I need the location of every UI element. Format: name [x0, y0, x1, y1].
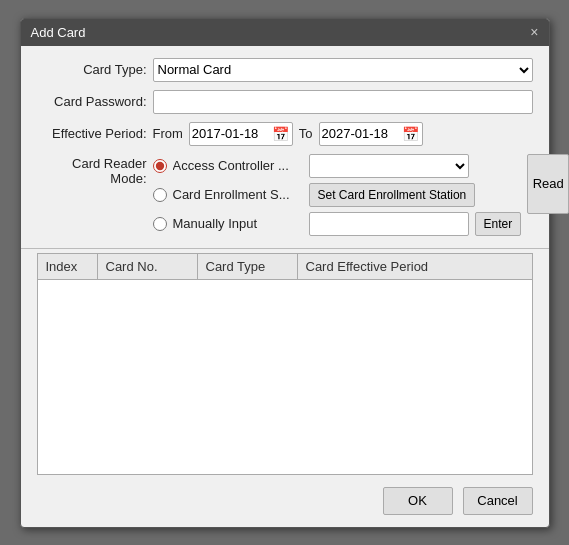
col-effective: Card Effective Period	[298, 254, 532, 279]
access-controller-radio[interactable]	[153, 159, 167, 173]
set-card-enrollment-button[interactable]: Set Card Enrollment Station	[309, 183, 476, 207]
col-cardno: Card No.	[98, 254, 198, 279]
manually-input-row: Manually Input Enter	[153, 212, 522, 236]
effective-period-row: Effective Period: From 📅 To 📅	[37, 122, 533, 146]
col-index: Index	[38, 254, 98, 279]
card-reader-mode-section: Card Reader Mode: Access Controller ... …	[37, 154, 533, 236]
effective-period-label: Effective Period:	[37, 126, 147, 141]
card-enrollment-label: Card Enrollment S...	[173, 187, 303, 202]
card-password-label: Card Password:	[37, 94, 147, 109]
dialog-title: Add Card	[31, 25, 86, 40]
card-type-row: Card Type: Normal Card	[37, 58, 533, 82]
crm-options: Access Controller ... Card Enrollment S.…	[153, 154, 522, 236]
manually-input-field[interactable]	[309, 212, 469, 236]
to-calendar-icon[interactable]: 📅	[402, 125, 420, 143]
col-cardtype: Card Type	[198, 254, 298, 279]
card-enrollment-row: Card Enrollment S... Set Card Enrollment…	[153, 183, 522, 207]
from-label: From	[153, 126, 183, 141]
card-type-label: Card Type:	[37, 62, 147, 77]
title-bar: Add Card ×	[21, 19, 549, 46]
add-card-dialog: Add Card × Card Type: Normal Card Card P…	[20, 18, 550, 528]
read-button-wrapper: Read	[527, 154, 569, 214]
access-controller-row: Access Controller ...	[153, 154, 522, 178]
enter-button[interactable]: Enter	[475, 212, 522, 236]
card-password-row: Card Password:	[37, 90, 533, 114]
to-label: To	[299, 126, 313, 141]
card-type-select[interactable]: Normal Card	[153, 58, 533, 82]
close-button[interactable]: ×	[530, 25, 538, 39]
card-enrollment-radio[interactable]	[153, 188, 167, 202]
table-header-row: Index Card No. Card Type Card Effective …	[38, 254, 532, 280]
dialog-footer: OK Cancel	[21, 475, 549, 527]
access-controller-select[interactable]	[309, 154, 469, 178]
from-calendar-icon[interactable]: 📅	[272, 125, 290, 143]
card-table: Index Card No. Card Type Card Effective …	[37, 253, 533, 475]
section-divider	[21, 248, 549, 249]
cancel-button[interactable]: Cancel	[463, 487, 533, 515]
effective-period-inner: From 📅 To 📅	[153, 122, 533, 146]
manually-input-radio[interactable]	[153, 217, 167, 231]
from-date-input[interactable]	[192, 123, 272, 145]
manually-input-label: Manually Input	[173, 216, 303, 231]
card-reader-mode-label: Card Reader Mode:	[37, 154, 147, 186]
ok-button[interactable]: OK	[383, 487, 453, 515]
to-date-input[interactable]	[322, 123, 402, 145]
from-date-wrapper: 📅	[189, 122, 293, 146]
form-area: Card Type: Normal Card Card Password: Ef…	[21, 46, 549, 244]
read-button[interactable]: Read	[527, 154, 569, 214]
to-date-wrapper: 📅	[319, 122, 423, 146]
access-controller-label: Access Controller ...	[173, 158, 303, 173]
card-password-input[interactable]	[153, 90, 533, 114]
